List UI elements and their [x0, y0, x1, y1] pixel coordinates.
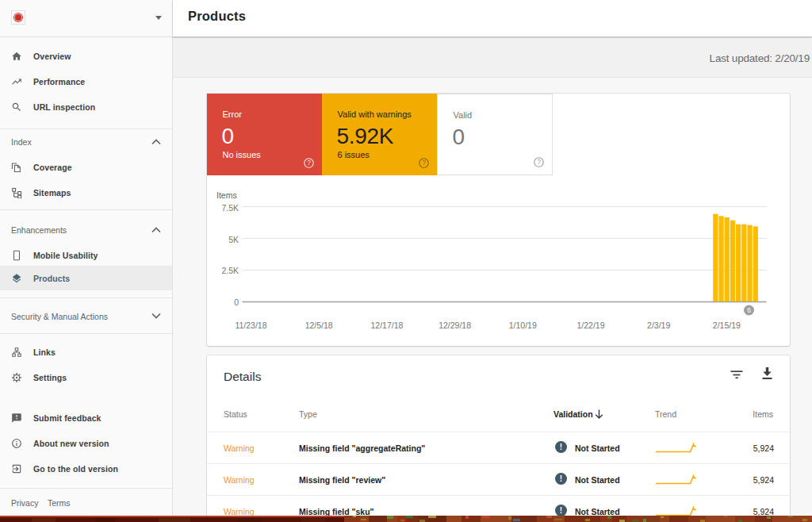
- svg-text:?: ?: [422, 159, 426, 167]
- svg-text:?: ?: [307, 159, 311, 167]
- svg-text:6: 6: [747, 306, 751, 314]
- svg-text:?: ?: [537, 158, 541, 166]
